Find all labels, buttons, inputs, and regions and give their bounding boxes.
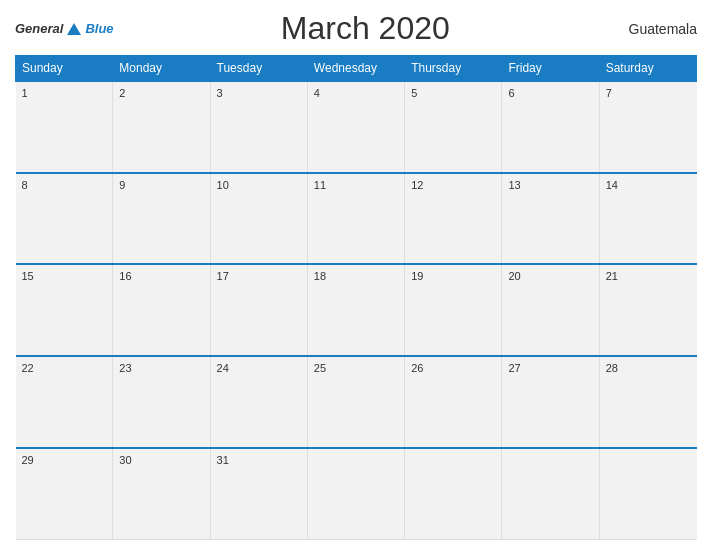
calendar-table: Sunday Monday Tuesday Wednesday Thursday… xyxy=(15,55,697,540)
calendar-day-cell: 12 xyxy=(405,173,502,265)
calendar-week-row: 1234567 xyxy=(16,81,697,173)
day-number: 27 xyxy=(508,362,520,374)
calendar-day-cell: 29 xyxy=(16,448,113,540)
logo-triangle-icon xyxy=(67,23,81,35)
day-number: 24 xyxy=(217,362,229,374)
weekday-header-row: Sunday Monday Tuesday Wednesday Thursday… xyxy=(16,56,697,82)
day-number: 9 xyxy=(119,179,125,191)
day-number: 18 xyxy=(314,270,326,282)
calendar-day-cell: 13 xyxy=(502,173,599,265)
day-number: 7 xyxy=(606,87,612,99)
day-number: 14 xyxy=(606,179,618,191)
calendar-week-row: 293031 xyxy=(16,448,697,540)
calendar-day-cell: 2 xyxy=(113,81,210,173)
calendar-day-cell: 14 xyxy=(599,173,696,265)
country-label: Guatemala xyxy=(617,21,697,37)
day-number: 25 xyxy=(314,362,326,374)
month-title: March 2020 xyxy=(114,10,617,47)
calendar-day-cell: 6 xyxy=(502,81,599,173)
day-number: 22 xyxy=(22,362,34,374)
calendar-day-cell: 9 xyxy=(113,173,210,265)
day-number: 21 xyxy=(606,270,618,282)
day-number: 30 xyxy=(119,454,131,466)
calendar-empty-cell xyxy=(307,448,404,540)
day-number: 15 xyxy=(22,270,34,282)
calendar-day-cell: 23 xyxy=(113,356,210,448)
day-number: 2 xyxy=(119,87,125,99)
calendar-week-row: 22232425262728 xyxy=(16,356,697,448)
calendar-empty-cell xyxy=(405,448,502,540)
calendar-day-cell: 15 xyxy=(16,264,113,356)
calendar-empty-cell xyxy=(599,448,696,540)
calendar-empty-cell xyxy=(502,448,599,540)
calendar-day-cell: 25 xyxy=(307,356,404,448)
header-wednesday: Wednesday xyxy=(307,56,404,82)
calendar-day-cell: 11 xyxy=(307,173,404,265)
calendar-day-cell: 28 xyxy=(599,356,696,448)
day-number: 26 xyxy=(411,362,423,374)
calendar-day-cell: 18 xyxy=(307,264,404,356)
calendar-day-cell: 3 xyxy=(210,81,307,173)
calendar-day-cell: 27 xyxy=(502,356,599,448)
calendar-day-cell: 26 xyxy=(405,356,502,448)
header-tuesday: Tuesday xyxy=(210,56,307,82)
day-number: 17 xyxy=(217,270,229,282)
header: General Blue March 2020 Guatemala xyxy=(15,10,697,47)
day-number: 13 xyxy=(508,179,520,191)
calendar-day-cell: 20 xyxy=(502,264,599,356)
header-monday: Monday xyxy=(113,56,210,82)
calendar-day-cell: 1 xyxy=(16,81,113,173)
header-friday: Friday xyxy=(502,56,599,82)
calendar-day-cell: 31 xyxy=(210,448,307,540)
header-saturday: Saturday xyxy=(599,56,696,82)
calendar-day-cell: 8 xyxy=(16,173,113,265)
calendar-day-cell: 16 xyxy=(113,264,210,356)
calendar-day-cell: 10 xyxy=(210,173,307,265)
day-number: 19 xyxy=(411,270,423,282)
calendar-week-row: 15161718192021 xyxy=(16,264,697,356)
day-number: 5 xyxy=(411,87,417,99)
day-number: 11 xyxy=(314,179,326,191)
calendar-day-cell: 21 xyxy=(599,264,696,356)
day-number: 8 xyxy=(22,179,28,191)
calendar-day-cell: 22 xyxy=(16,356,113,448)
day-number: 1 xyxy=(22,87,28,99)
day-number: 16 xyxy=(119,270,131,282)
day-number: 6 xyxy=(508,87,514,99)
day-number: 23 xyxy=(119,362,131,374)
day-number: 10 xyxy=(217,179,229,191)
header-thursday: Thursday xyxy=(405,56,502,82)
calendar-day-cell: 5 xyxy=(405,81,502,173)
calendar-page: General Blue March 2020 Guatemala Sunday… xyxy=(0,0,712,550)
day-number: 28 xyxy=(606,362,618,374)
day-number: 12 xyxy=(411,179,423,191)
day-number: 29 xyxy=(22,454,34,466)
logo-blue-text: Blue xyxy=(85,21,113,36)
calendar-day-cell: 24 xyxy=(210,356,307,448)
calendar-day-cell: 30 xyxy=(113,448,210,540)
day-number: 31 xyxy=(217,454,229,466)
logo-general-text: General xyxy=(15,21,63,36)
calendar-week-row: 891011121314 xyxy=(16,173,697,265)
calendar-day-cell: 7 xyxy=(599,81,696,173)
day-number: 20 xyxy=(508,270,520,282)
day-number: 3 xyxy=(217,87,223,99)
calendar-day-cell: 19 xyxy=(405,264,502,356)
logo: General Blue xyxy=(15,21,114,36)
day-number: 4 xyxy=(314,87,320,99)
calendar-day-cell: 4 xyxy=(307,81,404,173)
calendar-day-cell: 17 xyxy=(210,264,307,356)
header-sunday: Sunday xyxy=(16,56,113,82)
